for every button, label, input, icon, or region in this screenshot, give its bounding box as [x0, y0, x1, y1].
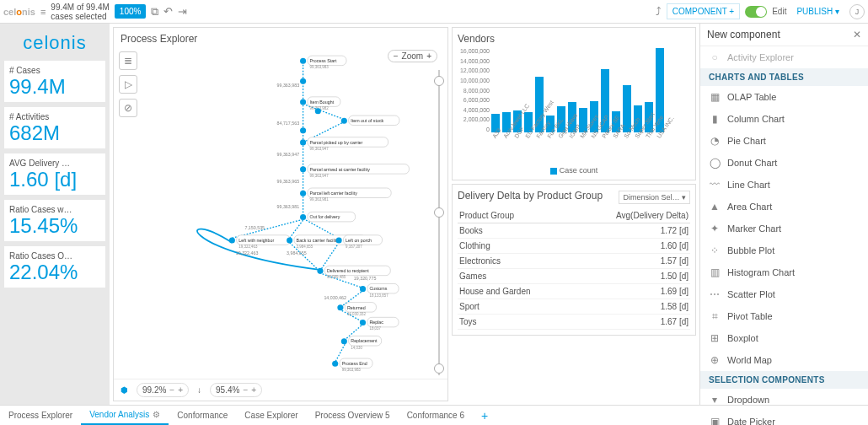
- table-row[interactable]: Clothing1.60 [d]: [458, 239, 690, 254]
- svg-point-89: [332, 361, 338, 367]
- tab-process-explorer[interactable]: Process Explorer: [0, 406, 81, 425]
- dimension-selector[interactable]: Dimension Sel… ▾: [619, 191, 690, 204]
- svg-text:99,363,983: 99,363,983: [310, 65, 330, 69]
- panel-item-olap-table[interactable]: ▦ OLAP Table: [700, 86, 868, 108]
- add-tab-button[interactable]: +: [473, 406, 496, 425]
- process-graph[interactable]: 99,363,98384,717,56399,363,94799,363,965…: [114, 50, 447, 379]
- layout-icon[interactable]: ≣: [119, 51, 137, 70]
- area-chart-icon: ▲: [709, 201, 721, 212]
- col-product-group[interactable]: Product Group: [458, 208, 573, 223]
- table-row[interactable]: Sport1.58 [d]: [458, 299, 690, 315]
- hex-icon: ⬢: [121, 385, 128, 395]
- table-row[interactable]: Toys1.67 [d]: [458, 315, 690, 330]
- undo-icon[interactable]: ↶: [163, 5, 173, 18]
- panel-item-pie-chart[interactable]: ◔ Pie Chart: [700, 130, 868, 152]
- svg-point-54: [300, 214, 306, 220]
- table-row[interactable]: Books1.72 [d]: [458, 223, 690, 239]
- panel-item-column-chart[interactable]: ▮ Column Chart: [700, 108, 868, 130]
- panel-item-scatter-plot[interactable]: ⋯ Scatter Plot: [700, 283, 868, 305]
- boxplot-icon: ⊞: [709, 332, 721, 344]
- tab-conformance[interactable]: Conformance: [169, 406, 236, 425]
- visibility-icon[interactable]: ⊘: [119, 99, 137, 117]
- menu-icon[interactable]: ≡: [40, 7, 46, 17]
- svg-point-42: [300, 139, 306, 145]
- process-explorer: Process Explorer ≣ ▷ ⊘ − Zoom + 99,363,9…: [113, 27, 448, 401]
- svg-text:9,167,207: 9,167,207: [346, 245, 362, 249]
- svg-point-81: [360, 320, 366, 325]
- zoom-control[interactable]: − Zoom +: [388, 50, 437, 62]
- svg-text:Process Start: Process Start: [310, 58, 337, 63]
- panel-item-marker-chart[interactable]: ✦ Marker Chart: [700, 218, 868, 239]
- radio-icon: ○: [709, 51, 721, 63]
- avatar[interactable]: J: [849, 4, 865, 19]
- panel-item-histogram-chart[interactable]: ▥ Histogram Chart: [700, 261, 868, 283]
- tab-conformance-6[interactable]: Conformance 6: [399, 406, 473, 425]
- table-row[interactable]: Games1.50 [d]: [458, 269, 690, 284]
- svg-text:Delivered to recipient: Delivered to recipient: [327, 268, 369, 273]
- kpi-title: Ratio Cases w…: [9, 205, 100, 214]
- tab-case-explorer[interactable]: Case Explorer: [236, 406, 306, 425]
- kpi-value: 22.04%: [9, 261, 100, 284]
- logo-small: celonis: [3, 7, 35, 17]
- svg-point-61: [287, 237, 292, 243]
- svg-text:Parcel picked up by carrier: Parcel picked up by carrier: [310, 140, 363, 145]
- donut-chart-icon: ◯: [709, 157, 721, 169]
- panel-item-world-map[interactable]: ⊕ World Map: [700, 349, 868, 371]
- play-icon[interactable]: ▷: [119, 75, 137, 94]
- panel-item-line-chart[interactable]: 〰 Line Chart: [700, 174, 868, 196]
- svg-text:99,363,947: 99,363,947: [310, 147, 330, 151]
- svg-point-32: [300, 78, 306, 84]
- col-avg-delta[interactable]: Avg(Delivery Delta): [573, 208, 690, 223]
- table-row[interactable]: Electronics1.57 [d]: [458, 254, 690, 269]
- panel-item-donut-chart[interactable]: ◯ Donut Chart: [700, 152, 868, 174]
- edit-label: Edit: [772, 7, 786, 16]
- add-component-icon[interactable]: ⧉: [151, 5, 158, 19]
- logo-large: celonis: [23, 32, 86, 54]
- connection-coverage[interactable]: 95.4%−+: [210, 383, 262, 397]
- svg-point-37: [315, 108, 321, 114]
- close-icon[interactable]: ✕: [853, 29, 861, 40]
- tab-process-overview-5[interactable]: Process Overview 5: [307, 406, 399, 425]
- kpi-card-2[interactable]: AVG Delivery … 1.60 [d]: [4, 153, 105, 195]
- panel-item-boxplot[interactable]: ⊞ Boxplot: [700, 327, 868, 349]
- zoom-out-icon[interactable]: −: [394, 51, 399, 61]
- tab-vendor-analysis[interactable]: Vendor Analysis⚙: [81, 406, 169, 425]
- publish-button[interactable]: PUBLISH ▾: [791, 4, 844, 19]
- scatter-plot-icon: ⋯: [709, 288, 721, 300]
- svg-text:84,717,563: 84,717,563: [277, 121, 300, 126]
- section-charts: CHARTS AND TABLES: [700, 68, 868, 86]
- gear-icon[interactable]: ⚙: [153, 410, 160, 419]
- zoom-badge[interactable]: 100%: [115, 4, 147, 19]
- svg-point-65: [336, 237, 342, 243]
- kpi-card-1[interactable]: # Activities 682M: [4, 107, 105, 148]
- new-component-panel: New component ✕ ○ Activity Explorer CHAR…: [699, 24, 868, 405]
- panel-item-dropdown[interactable]: ▾ Dropdown: [700, 389, 868, 411]
- redo-icon[interactable]: ⇥: [178, 5, 187, 18]
- svg-point-73: [360, 286, 366, 292]
- case-selection[interactable]: 99.4M of 99.4M cases selected: [51, 3, 109, 21]
- panel-item-bubble-plot[interactable]: ⁘ Bubble Plot: [700, 239, 868, 261]
- share-icon[interactable]: ⤴: [656, 5, 662, 18]
- pivot-table-icon: ⌗: [709, 310, 721, 322]
- panel-item-date-picker[interactable]: ▣ Date Picker: [700, 411, 868, 425]
- zoom-in-icon[interactable]: +: [426, 51, 431, 61]
- explorer-title: Process Explorer: [114, 28, 447, 50]
- panel-item-area-chart[interactable]: ▲ Area Chart: [700, 196, 868, 218]
- activity-slider[interactable]: [434, 70, 444, 375]
- svg-text:Replac: Replac: [369, 320, 383, 325]
- kpi-card-0[interactable]: # Cases 99.4M: [4, 61, 105, 102]
- svg-text:Back to carrier facility: Back to carrier facility: [297, 238, 340, 243]
- svg-point-50: [300, 191, 306, 196]
- panel-item-pivot-table[interactable]: ⌗ Pivot Table: [700, 305, 868, 327]
- svg-text:99,363,965: 99,363,965: [277, 179, 300, 184]
- activity-coverage[interactable]: 99.2%−+: [137, 383, 189, 397]
- svg-point-41: [300, 127, 306, 133]
- kpi-card-3[interactable]: Ratio Cases w… 15.45%: [4, 200, 105, 241]
- kpi-sidebar: celonis # Cases 99.4M # Activities 682M …: [0, 24, 110, 405]
- table-row[interactable]: House and Garden1.69 [d]: [458, 284, 690, 299]
- svg-point-28: [300, 58, 306, 64]
- kpi-card-4[interactable]: Ratio Cases O… 22.04%: [4, 246, 105, 288]
- component-button[interactable]: COMPONENT +: [667, 3, 740, 19]
- edit-toggle[interactable]: [745, 6, 767, 18]
- panel-item-activity-explorer[interactable]: ○ Activity Explorer: [700, 46, 868, 68]
